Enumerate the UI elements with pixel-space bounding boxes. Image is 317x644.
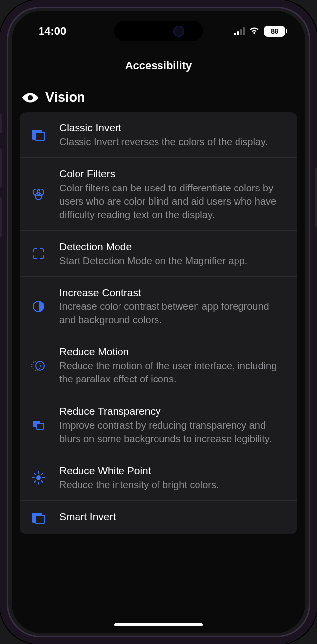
row-label: Detection Mode [59, 240, 287, 253]
white-point-icon [29, 464, 48, 492]
svg-rect-2 [35, 132, 45, 140]
home-indicator[interactable] [114, 623, 203, 626]
contrast-icon [29, 286, 48, 327]
row-smart-invert[interactable]: Smart Invert [20, 501, 297, 534]
color-filters-icon [29, 167, 48, 221]
dynamic-island [114, 21, 203, 41]
row-label: Reduce White Point [59, 464, 287, 477]
row-desc: Reduce the motion of the user interface,… [59, 359, 287, 386]
row-increase-contrast[interactable]: Increase Contrast Increase color contras… [20, 277, 297, 336]
svg-point-5 [35, 193, 42, 200]
row-label: Reduce Transparency [59, 404, 287, 417]
row-desc: Color filters can be used to differentia… [59, 182, 287, 222]
wifi-icon [249, 25, 260, 38]
row-color-filters[interactable]: Color Filters Color filters can be used … [20, 158, 297, 230]
row-desc: Increase color contrast between app fore… [59, 300, 287, 327]
volume-down-button [0, 197, 2, 237]
cellular-icon [234, 27, 245, 35]
row-reduce-motion[interactable]: Reduce Motion Reduce the motion of the u… [20, 336, 297, 395]
row-reduce-transparency[interactable]: Reduce Transparency Improve contrast by … [20, 395, 297, 455]
mute-switch [0, 114, 2, 133]
volume-up-button [0, 148, 2, 188]
battery-icon: 88 [264, 26, 285, 37]
row-classic-invert[interactable]: Classic Invert Classic Invert reverses t… [20, 112, 297, 158]
detection-icon [29, 240, 48, 267]
svg-point-11 [36, 475, 41, 480]
settings-list[interactable]: Classic Invert Classic Invert reverses t… [20, 112, 297, 534]
row-label: Classic Invert [59, 121, 287, 134]
status-time: 14:00 [39, 25, 66, 38]
section-title: Vision [45, 90, 85, 105]
row-label: Increase Contrast [59, 286, 287, 299]
section-header-vision: Vision [20, 90, 297, 112]
status-indicators: 88 [234, 25, 285, 38]
reduce-transparency-icon [29, 404, 48, 445]
svg-rect-10 [36, 423, 44, 429]
reduce-motion-icon [29, 345, 48, 386]
invert-icon [29, 121, 48, 149]
app-content: Accessibility Vision Classic Invert Clas… [12, 45, 305, 534]
row-desc: Improve contrast by reducing transparenc… [59, 419, 287, 446]
row-desc: Reduce the intensity of bright colors. [59, 478, 287, 492]
battery-pct: 88 [271, 27, 278, 35]
row-desc: Classic Invert reverses the colors of th… [59, 135, 287, 149]
side-button [315, 168, 317, 227]
row-reduce-white-point[interactable]: Reduce White Point Reduce the intensity … [20, 455, 297, 501]
row-label: Reduce Motion [59, 345, 287, 358]
eye-icon [22, 91, 39, 104]
svg-point-0 [28, 95, 33, 100]
screen: 14:00 88 Accessibility Vision [12, 11, 305, 633]
row-desc: Start Detection Mode on the Magnifier ap… [59, 254, 287, 267]
row-label: Smart Invert [59, 510, 287, 523]
smart-invert-icon [29, 510, 48, 526]
page-title: Accessibility [20, 45, 297, 90]
row-detection-mode[interactable]: Detection Mode Start Detection Mode on t… [20, 231, 297, 277]
row-label: Color Filters [59, 167, 287, 180]
svg-rect-13 [35, 515, 45, 523]
